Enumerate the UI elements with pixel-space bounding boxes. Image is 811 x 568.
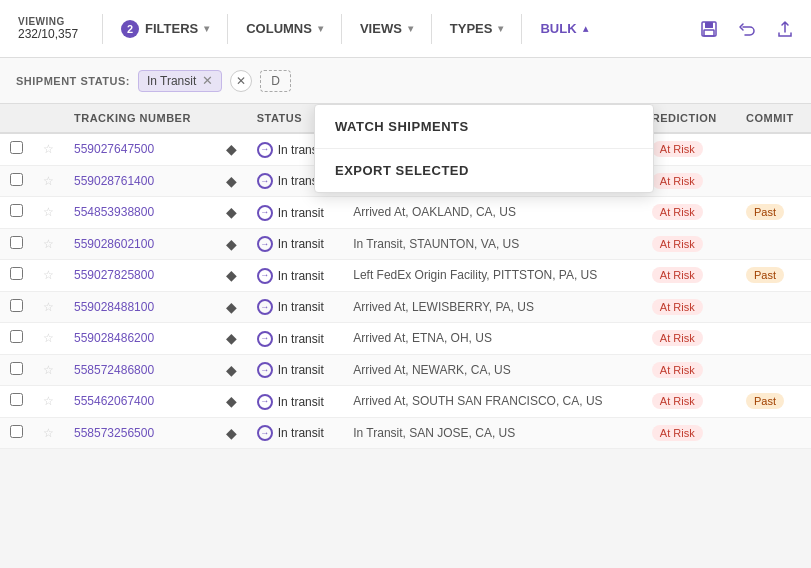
row-checkbox[interactable]	[0, 197, 33, 229]
filters-chevron: ▾	[204, 23, 209, 34]
row-star[interactable]: ☆	[33, 260, 64, 292]
types-chevron: ▾	[498, 23, 503, 34]
bulk-dropdown: WATCH SHIPMENTS EXPORT SELECTED	[314, 104, 654, 193]
row-status-text: In transit	[278, 237, 324, 251]
divider-4	[431, 14, 432, 44]
bulk-label: BULK	[540, 21, 576, 36]
row-star[interactable]: ☆	[33, 291, 64, 323]
row-checkbox[interactable]	[0, 386, 33, 418]
filter-add-button[interactable]: D	[260, 70, 291, 92]
row-checkbox[interactable]	[0, 323, 33, 355]
table-row: ☆ 559027825800 ◆ In transit Left FedEx O…	[0, 260, 811, 292]
row-tracking[interactable]: 554853938800	[64, 197, 216, 229]
row-checkbox[interactable]	[0, 260, 33, 292]
row-tracking[interactable]: 555462067400	[64, 386, 216, 418]
row-risk: At Risk	[642, 291, 736, 323]
filter-tag-close[interactable]: ✕	[202, 74, 213, 87]
row-commit	[736, 291, 811, 323]
filter-clear-button[interactable]: ✕	[230, 70, 252, 92]
status-circle-icon	[257, 236, 273, 252]
row-type-icon: ◆	[216, 165, 247, 197]
row-type-icon: ◆	[216, 260, 247, 292]
row-star[interactable]: ☆	[33, 386, 64, 418]
row-risk: At Risk	[642, 197, 736, 229]
row-checkbox[interactable]	[0, 165, 33, 197]
col-prediction: REDICTION	[642, 104, 736, 133]
row-checkbox-input[interactable]	[10, 141, 23, 154]
row-checkbox-input[interactable]	[10, 204, 23, 217]
row-status-text: In transit	[278, 300, 324, 314]
col-tracking: TRACKING NUMBER	[64, 104, 216, 133]
row-star[interactable]: ☆	[33, 133, 64, 165]
row-status: In transit	[247, 354, 343, 386]
commit-badge: Past	[746, 204, 784, 220]
row-commit: Past	[736, 260, 811, 292]
risk-badge: At Risk	[652, 204, 703, 220]
row-star[interactable]: ☆	[33, 354, 64, 386]
row-checkbox-input[interactable]	[10, 393, 23, 406]
row-tracking[interactable]: 559028486200	[64, 323, 216, 355]
row-checkbox-input[interactable]	[10, 173, 23, 186]
filter-bar: SHIPMENT STATUS: In Transit ✕ ✕ D	[0, 58, 811, 104]
row-checkbox-input[interactable]	[10, 425, 23, 438]
row-type-icon: ◆	[216, 228, 247, 260]
risk-badge: At Risk	[652, 330, 703, 346]
risk-badge: At Risk	[652, 173, 703, 189]
row-type-icon: ◆	[216, 417, 247, 449]
row-tracking[interactable]: 559028761400	[64, 165, 216, 197]
row-star[interactable]: ☆	[33, 228, 64, 260]
row-tracking[interactable]: 558573256500	[64, 417, 216, 449]
row-star[interactable]: ☆	[33, 323, 64, 355]
dropdown-watch-shipments[interactable]: WATCH SHIPMENTS	[315, 105, 653, 149]
viewing-label: VIEWING	[18, 16, 88, 27]
col-icon	[216, 104, 247, 133]
types-button[interactable]: TYPES ▾	[436, 13, 518, 44]
row-checkbox-input[interactable]	[10, 362, 23, 375]
row-status-text: In transit	[278, 332, 324, 346]
bulk-button[interactable]: BULK ▴	[526, 13, 601, 44]
export-icon-button[interactable]	[767, 11, 803, 47]
row-checkbox[interactable]	[0, 291, 33, 323]
row-checkbox-input[interactable]	[10, 267, 23, 280]
filters-label: FILTERS	[145, 21, 198, 36]
row-checkbox-input[interactable]	[10, 330, 23, 343]
row-status-text: In transit	[278, 395, 324, 409]
row-tracking[interactable]: 559028602100	[64, 228, 216, 260]
row-tracking[interactable]: 558572486800	[64, 354, 216, 386]
row-checkbox-input[interactable]	[10, 299, 23, 312]
filter-label: SHIPMENT STATUS:	[16, 75, 130, 87]
divider-2	[227, 14, 228, 44]
row-risk: At Risk	[642, 386, 736, 418]
row-checkbox-input[interactable]	[10, 236, 23, 249]
row-risk: At Risk	[642, 133, 736, 165]
risk-badge: At Risk	[652, 267, 703, 283]
table-row: ☆ 554853938800 ◆ In transit Arrived At, …	[0, 197, 811, 229]
row-type-icon: ◆	[216, 133, 247, 165]
views-button[interactable]: VIEWS ▾	[346, 13, 427, 44]
col-star	[33, 104, 64, 133]
row-tracking[interactable]: 559027825800	[64, 260, 216, 292]
dropdown-export-selected[interactable]: EXPORT SELECTED	[315, 149, 653, 192]
row-tracking[interactable]: 559027647500	[64, 133, 216, 165]
row-checkbox[interactable]	[0, 133, 33, 165]
save-icon-button[interactable]	[691, 11, 727, 47]
columns-button[interactable]: COLUMNS ▾	[232, 13, 337, 44]
row-star[interactable]: ☆	[33, 417, 64, 449]
row-checkbox[interactable]	[0, 228, 33, 260]
columns-chevron: ▾	[318, 23, 323, 34]
row-type-icon: ◆	[216, 323, 247, 355]
row-star[interactable]: ☆	[33, 165, 64, 197]
col-checkbox	[0, 104, 33, 133]
row-status-text: In transit	[278, 269, 324, 283]
row-commit	[736, 323, 811, 355]
undo-icon-button[interactable]	[729, 11, 765, 47]
filters-button[interactable]: 2 FILTERS ▾	[107, 12, 223, 46]
row-star[interactable]: ☆	[33, 197, 64, 229]
risk-badge: At Risk	[652, 362, 703, 378]
risk-badge: At Risk	[652, 425, 703, 441]
row-checkbox[interactable]	[0, 417, 33, 449]
row-location: Arrived At, ETNA, OH, US	[343, 323, 642, 355]
row-checkbox[interactable]	[0, 354, 33, 386]
row-tracking[interactable]: 559028488100	[64, 291, 216, 323]
row-type-icon: ◆	[216, 291, 247, 323]
